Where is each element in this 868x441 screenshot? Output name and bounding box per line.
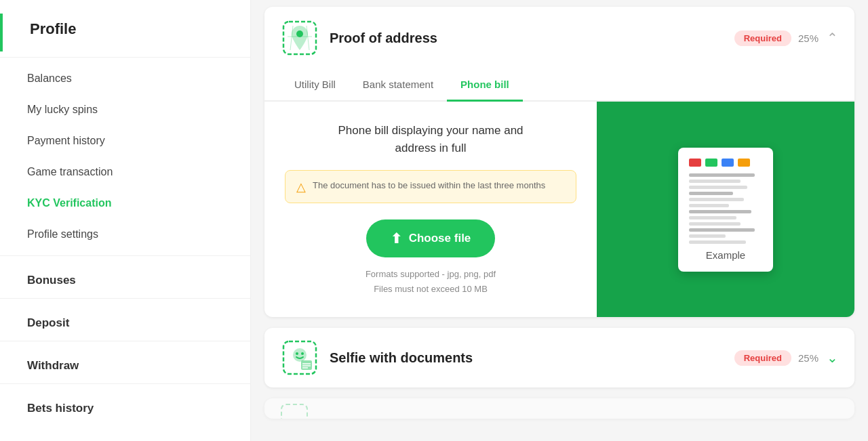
sidebar-section-bonuses[interactable]: Bonuses [0, 261, 250, 293]
choose-file-label: Choose file [409, 232, 471, 245]
doc-line [689, 186, 747, 189]
tab-bank-statement[interactable]: Bank statement [349, 69, 447, 102]
proof-of-address-body: Phone bill displaying your name andaddre… [264, 102, 854, 317]
sidebar-item-payment-history[interactable]: Payment history [0, 125, 250, 156]
warning-text: The document has to be issued within the… [313, 179, 545, 192]
sidebar-item-balances[interactable]: Balances [0, 63, 250, 94]
sidebar-item-game-transaction[interactable]: Game transaction [0, 156, 250, 188]
doc-line [689, 180, 741, 183]
warning-triangle-icon: △ [296, 180, 306, 194]
selfie-with-documents-card: Selfie with documents Required 25% ⌄ [264, 328, 854, 387]
doc-line [689, 192, 733, 195]
tab-utility-bill[interactable]: Utility Bill [281, 69, 349, 102]
proof-of-address-icon [281, 19, 319, 57]
warning-box: △ The document has to be issued within t… [285, 170, 576, 203]
tab-phone-bill[interactable]: Phone bill [447, 69, 523, 102]
proof-of-address-title: Proof of address [330, 30, 726, 46]
doc-line [689, 216, 736, 219]
proof-of-address-card: Proof of address Required 25% ⌃ Utility … [264, 7, 854, 317]
doc-line [689, 240, 746, 244]
example-area: Example [597, 102, 854, 317]
sidebar-item-profile-settings[interactable]: Profile settings [0, 219, 250, 250]
selfie-required-badge: Required [734, 350, 791, 366]
proof-of-address-header[interactable]: Proof of address Required 25% ⌃ [264, 7, 854, 69]
document-type-tabs: Utility Bill Bank statement Phone bill [264, 69, 854, 102]
sidebar: Profile Balances My lucky spins Payment … [0, 0, 251, 441]
svg-rect-11 [301, 360, 312, 370]
svg-point-9 [296, 352, 298, 355]
doc-line [689, 228, 755, 232]
proof-of-address-required-badge: Required [734, 30, 791, 46]
sidebar-section-deposit[interactable]: Deposit [0, 304, 250, 335]
doc-line [689, 173, 755, 177]
sidebar-section-bets-history[interactable]: Bets history [0, 390, 250, 421]
doc-line [689, 198, 744, 201]
selfie-card-title: Selfie with documents [330, 350, 726, 366]
color-block-green [705, 159, 717, 167]
selfie-card-header[interactable]: Selfie with documents Required 25% ⌄ [264, 328, 854, 387]
upload-icon: ⬆ [391, 230, 402, 247]
svg-point-10 [301, 352, 304, 355]
proof-of-address-percent: 25% [798, 33, 818, 44]
selfie-percent: 25% [798, 352, 818, 364]
color-block-red [689, 159, 701, 167]
example-document: Example [678, 148, 773, 272]
svg-line-5 [307, 26, 309, 50]
svg-line-4 [290, 26, 293, 50]
doc-line [689, 234, 726, 238]
phone-bill-description: Phone bill displaying your name andaddre… [285, 122, 576, 156]
sidebar-item-lucky-spins[interactable]: My lucky spins [0, 94, 250, 125]
formats-text: Formats supported - jpg, png, pdf Files … [285, 267, 576, 297]
proof-of-address-content: Phone bill displaying your name andaddre… [264, 102, 597, 317]
svg-point-8 [293, 348, 307, 362]
sidebar-item-kyc[interactable]: KYC Verification [0, 188, 250, 219]
main-content: Proof of address Required 25% ⌃ Utility … [251, 0, 868, 441]
selfie-icon [281, 339, 319, 377]
proof-of-address-chevron-up-icon[interactable]: ⌃ [827, 30, 838, 46]
choose-file-button[interactable]: ⬆ Choose file [366, 219, 496, 257]
selfie-chevron-down-icon[interactable]: ⌄ [827, 350, 838, 366]
color-block-yellow [738, 159, 750, 167]
doc-line [689, 222, 741, 226]
doc-line [689, 204, 729, 207]
third-card-partial [264, 398, 854, 419]
doc-line [689, 210, 751, 213]
sidebar-profile-title: Profile [0, 14, 250, 51]
example-label: Example [689, 249, 762, 261]
color-block-blue [722, 159, 734, 167]
sidebar-section-withdraw[interactable]: Withdraw [0, 347, 250, 378]
